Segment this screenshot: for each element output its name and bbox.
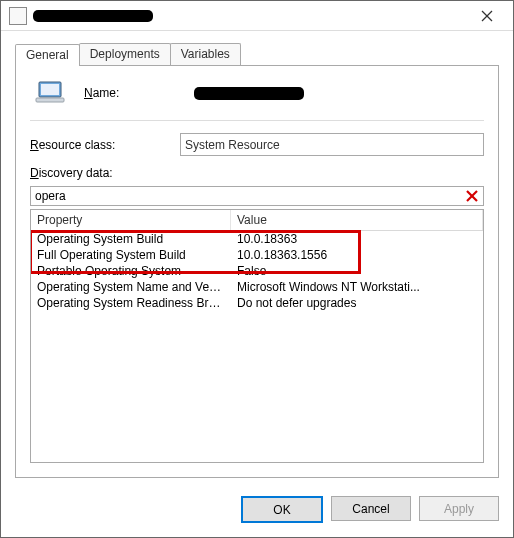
close-button[interactable] bbox=[467, 4, 507, 28]
cell-value: Microsoft Windows NT Workstati... bbox=[231, 279, 483, 295]
window-icon bbox=[9, 7, 27, 25]
table-body: Operating System Build 10.0.18363 Full O… bbox=[31, 231, 483, 462]
table-row[interactable]: Operating System Name and Versi... Micro… bbox=[31, 279, 483, 295]
search-input[interactable] bbox=[31, 187, 461, 205]
computer-icon bbox=[34, 80, 68, 106]
table-row[interactable]: Portable Operating System False bbox=[31, 263, 483, 279]
tab-general[interactable]: General bbox=[15, 44, 80, 66]
discovery-table: Property Value Operating System Build 10… bbox=[30, 209, 484, 463]
tabpanel-general: NName:ame: Resource class: System Resour… bbox=[15, 65, 499, 478]
tabs: General Deployments Variables bbox=[15, 43, 499, 65]
cell-value: 10.0.18363.1556 bbox=[231, 247, 483, 263]
separator bbox=[30, 120, 484, 121]
svg-rect-4 bbox=[36, 98, 64, 102]
table-row[interactable]: Operating System Build 10.0.18363 bbox=[31, 231, 483, 247]
svg-rect-3 bbox=[41, 84, 59, 95]
tab-deployments[interactable]: Deployments bbox=[79, 43, 171, 65]
clear-icon bbox=[465, 189, 479, 203]
header-row: NName:ame: bbox=[30, 80, 484, 106]
cancel-button[interactable]: Cancel bbox=[331, 496, 411, 521]
table-header: Property Value bbox=[31, 210, 483, 231]
apply-button: Apply bbox=[419, 496, 499, 521]
properties-window: General Deployments Variables NName:ame: bbox=[0, 0, 514, 538]
resource-class-row: Resource class: System Resource bbox=[30, 133, 484, 156]
cell-property: Operating System Readiness Bran... bbox=[31, 295, 231, 311]
cell-value: Do not defer upgrades bbox=[231, 295, 483, 311]
cell-property: Portable Operating System bbox=[31, 263, 231, 279]
cell-value: 10.0.18363 bbox=[231, 231, 483, 247]
name-value bbox=[194, 87, 304, 100]
name-label: NName:ame: bbox=[84, 86, 194, 100]
ok-button[interactable]: OK bbox=[241, 496, 323, 523]
resource-class-label: Resource class: bbox=[30, 138, 180, 152]
column-property[interactable]: Property bbox=[31, 210, 231, 230]
resource-class-value: System Resource bbox=[180, 133, 484, 156]
table-row[interactable]: Operating System Readiness Bran... Do no… bbox=[31, 295, 483, 311]
content-area: General Deployments Variables NName:ame: bbox=[1, 31, 513, 486]
column-value[interactable]: Value bbox=[231, 210, 483, 230]
discovery-label: Discovery data: bbox=[30, 166, 484, 180]
cell-property: Operating System Name and Versi... bbox=[31, 279, 231, 295]
cell-property: Full Operating System Build bbox=[31, 247, 231, 263]
clear-search-button[interactable] bbox=[461, 187, 483, 205]
dialog-buttons: OK Cancel Apply bbox=[1, 486, 513, 537]
search-row bbox=[30, 186, 484, 206]
table-row[interactable]: Full Operating System Build 10.0.18363.1… bbox=[31, 247, 483, 263]
cell-property: Operating System Build bbox=[31, 231, 231, 247]
window-title bbox=[33, 10, 153, 22]
titlebar bbox=[1, 1, 513, 31]
cell-value: False bbox=[231, 263, 483, 279]
tab-variables[interactable]: Variables bbox=[170, 43, 241, 65]
close-icon bbox=[481, 10, 493, 22]
